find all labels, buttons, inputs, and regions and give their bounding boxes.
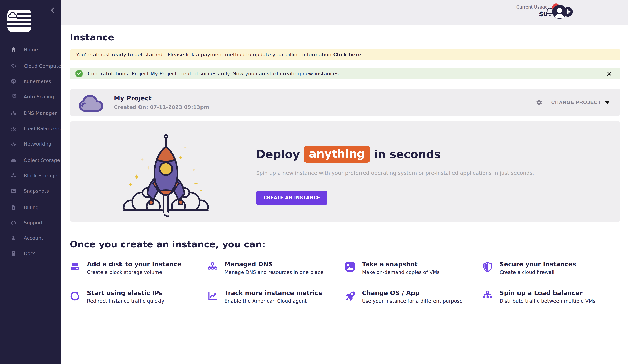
- chevron-left-icon: [50, 7, 55, 13]
- sidebar-item-load-balancers[interactable]: Load Balancers: [0, 121, 62, 136]
- current-usage-label: Current Usage: [516, 4, 548, 10]
- payment-warning-banner: You're almost ready to get started - Ple…: [70, 49, 621, 60]
- feature-elastic-ips: Start using elastic IPs Redirect Instanc…: [70, 290, 208, 304]
- hero-text-block: Deploy anything in seconds Spin up a new…: [256, 146, 588, 205]
- sidebar-item-label: Kubernetes: [24, 79, 51, 84]
- sidebar-collapse-button[interactable]: [49, 6, 56, 14]
- sidebar-item-label: Home: [24, 47, 38, 52]
- sidebar-item-label: Load Balancers: [24, 126, 61, 131]
- topbar: 1 Current Usage $0: [62, 0, 628, 25]
- sidebar-item-label: Cloud Compute: [24, 63, 61, 69]
- feature-subtitle: Manage DNS and resources in one place: [225, 269, 323, 275]
- hero-heading-end: in seconds: [374, 148, 441, 161]
- sidebar-item-auto-scaling[interactable]: Auto Scaling: [0, 89, 62, 104]
- rocket-icon: [345, 291, 355, 301]
- sidebar-item-home[interactable]: Home: [0, 42, 62, 57]
- networking-icon: [10, 141, 16, 147]
- sidebar: Home Cloud Compute Kubernetes: [0, 0, 62, 364]
- feature-title: Take a snapshot: [362, 261, 440, 268]
- hero-heading-highlight: anything: [304, 146, 370, 163]
- sidebar-item-networking[interactable]: Networking: [0, 136, 62, 151]
- support-icon: [10, 220, 16, 226]
- billing-icon: $: [10, 204, 16, 210]
- project-actions: CHANGE PROJECT: [536, 89, 610, 116]
- feature-title: Spin up a Load balancer: [500, 290, 596, 297]
- feature-subtitle: Distribute traffic between multiple VMs: [500, 298, 596, 304]
- project-card: My Project Created On: 07-11-2023 09:13p…: [70, 89, 621, 116]
- sidebar-item-label: Billing: [24, 205, 39, 210]
- shield-icon: [482, 262, 493, 272]
- payment-warning-text: You're almost ready to get started - Ple…: [76, 52, 331, 58]
- success-banner-text: Congratulations! Project My Project crea…: [88, 71, 340, 77]
- hero-heading-start: Deploy: [256, 148, 300, 161]
- sidebar-nav: Home Cloud Compute Kubernetes: [0, 42, 62, 261]
- feature-title: Managed DNS: [225, 261, 323, 268]
- project-name: My Project: [114, 95, 209, 102]
- features-grid: Add a disk to your Instance Create a blo…: [70, 261, 620, 304]
- close-icon[interactable]: [606, 71, 612, 77]
- avatar-person-icon: [552, 4, 567, 19]
- project-created-on: Created On: 07-11-2023 09:13pm: [114, 104, 209, 110]
- sidebar-item-cloud-compute[interactable]: Cloud Compute: [0, 58, 62, 74]
- payment-click-here-link[interactable]: Click here: [333, 52, 362, 58]
- feature-instance-metrics: Track more instance metrics Enable the A…: [208, 290, 345, 304]
- sidebar-item-label: Support: [24, 220, 43, 226]
- dns-manager-icon: [10, 110, 16, 116]
- flag-cloud-logo-icon: [7, 10, 31, 32]
- sidebar-item-dns-manager[interactable]: DNS Manager: [0, 105, 62, 121]
- feature-subtitle: Create a cloud firewall: [500, 269, 576, 275]
- sidebar-item-account[interactable]: Account: [0, 230, 62, 246]
- object-storage-icon: [10, 157, 16, 163]
- snapshots-icon: [10, 188, 16, 194]
- feature-managed-dns: Managed DNS Manage DNS and resources in …: [208, 261, 345, 275]
- feature-subtitle: Make on-demand copies of VMs: [362, 269, 440, 275]
- hero-subtitle: Spin up a new instance with your preferr…: [256, 170, 588, 176]
- feature-title: Add a disk to your Instance: [87, 261, 181, 268]
- rocket-launch-illustration: [121, 131, 211, 218]
- main-content: Instance You're almost ready to get star…: [62, 25, 628, 364]
- feature-add-disk: Add a disk to your Instance Create a blo…: [70, 261, 208, 275]
- sidebar-item-support[interactable]: Support: [0, 215, 62, 230]
- snapshot-icon: [345, 262, 355, 272]
- feature-title: Secure your Instances: [500, 261, 576, 268]
- feature-change-os-app: Change OS / App Use your instance for a …: [345, 290, 482, 304]
- block-storage-icon: [10, 173, 16, 179]
- sidebar-item-label: Block Storage: [24, 173, 57, 178]
- current-usage-value: $0: [516, 10, 548, 17]
- svg-text:$: $: [12, 206, 14, 209]
- feature-secure-instances: Secure your Instances Create a cloud fir…: [482, 261, 620, 275]
- success-banner: Congratulations! Project My Project crea…: [70, 68, 621, 79]
- deploy-hero-panel: Deploy anything in seconds Spin up a new…: [70, 121, 621, 222]
- american-cloud-logo[interactable]: [7, 10, 31, 32]
- create-instance-button[interactable]: CREATE AN INSTANCE: [256, 191, 327, 205]
- sidebar-item-snapshots[interactable]: Snapshots: [0, 183, 62, 199]
- current-usage: Current Usage $0: [516, 4, 548, 17]
- sidebar-item-label: Account: [24, 235, 43, 241]
- dns-icon: [208, 262, 218, 272]
- sidebar-item-label: Auto Scaling: [24, 94, 54, 99]
- sidebar-item-kubernetes[interactable]: Kubernetes: [0, 74, 62, 89]
- cloud-compute-icon: [10, 63, 16, 69]
- project-settings-gear-icon[interactable]: [536, 99, 543, 106]
- metrics-icon: [208, 291, 218, 301]
- account-icon: [10, 235, 16, 241]
- sidebar-item-label: DNS Manager: [24, 111, 57, 116]
- feature-subtitle: Create a block storage volume: [87, 269, 181, 275]
- chevron-down-icon: [605, 101, 610, 104]
- elastic-ip-icon: [70, 291, 80, 301]
- change-project-button[interactable]: CHANGE PROJECT: [551, 99, 610, 105]
- sidebar-item-object-storage[interactable]: Object Storage: [0, 153, 62, 168]
- success-check-icon: [75, 70, 83, 78]
- project-meta: My Project Created On: 07-11-2023 09:13p…: [114, 95, 209, 110]
- load-balancers-icon: [10, 125, 16, 131]
- sidebar-item-label: Object Storage: [24, 158, 60, 163]
- account-avatar[interactable]: [552, 4, 567, 19]
- sidebar-item-docs[interactable]: Docs: [0, 246, 62, 261]
- sidebar-item-block-storage[interactable]: Block Storage: [0, 168, 62, 183]
- docs-icon: [10, 250, 16, 256]
- auto-scaling-icon: [10, 94, 16, 100]
- feature-load-balancer: Spin up a Load balancer Distribute traff…: [482, 290, 620, 304]
- change-project-label: CHANGE PROJECT: [551, 99, 601, 105]
- feature-subtitle: Redirect Instance traffic quickly: [87, 298, 164, 304]
- sidebar-item-billing[interactable]: $ Billing: [0, 200, 62, 215]
